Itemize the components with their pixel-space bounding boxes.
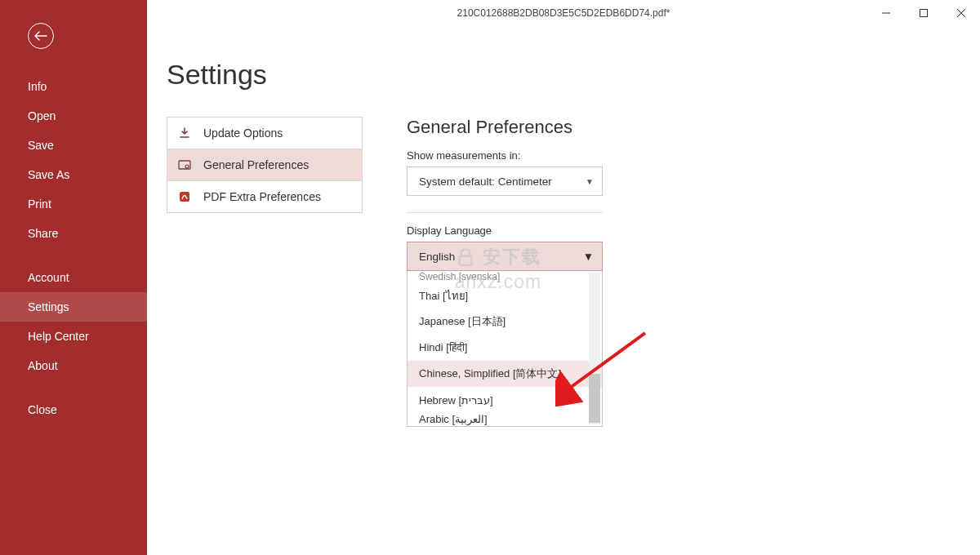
window-controls <box>867 0 980 26</box>
language-select[interactable]: English ▼ Swedish [svenska] Thai [ไทย] J… <box>407 242 603 427</box>
svg-rect-6 <box>180 192 189 202</box>
pdf-icon <box>177 189 192 204</box>
svg-point-5 <box>185 165 189 168</box>
nav-item-label: Update Options <box>203 127 283 140</box>
measurements-label: Show measurements in: <box>407 149 750 162</box>
minimize-button[interactable] <box>867 0 905 26</box>
sidebar-item-share[interactable]: Share <box>0 219 147 248</box>
nav-general-preferences[interactable]: General Preferences <box>167 149 363 181</box>
sidebar-item-save[interactable]: Save <box>0 131 147 160</box>
sidebar-item-close[interactable]: Close <box>0 395 147 424</box>
language-option-thai[interactable]: Thai [ไทย] <box>408 282 602 309</box>
sidebar-item-help-center[interactable]: Help Center <box>0 322 147 351</box>
sidebar-item-save-as[interactable]: Save As <box>0 160 147 189</box>
measurements-select[interactable]: System default: Centimeter ▼ <box>407 166 603 196</box>
nav-pdf-extra-preferences[interactable]: PDF Extra Preferences <box>167 180 363 213</box>
sidebar-item-settings[interactable]: Settings <box>0 292 147 322</box>
download-icon <box>177 126 192 140</box>
svg-rect-1 <box>920 10 928 17</box>
sidebar-item-about[interactable]: About <box>0 351 147 380</box>
language-option-japanese[interactable]: Japanese [日本語] <box>408 309 602 335</box>
scrollbar-thumb[interactable] <box>589 374 600 423</box>
language-option-hebrew[interactable]: Hebrew [עברית] <box>408 387 602 413</box>
nav-item-label: PDF Extra Preferences <box>203 190 321 203</box>
sidebar-item-info[interactable]: Info <box>0 72 147 101</box>
measurements-value: System default: Centimeter <box>419 175 552 188</box>
language-option[interactable]: Arabic [العربية] <box>408 413 602 426</box>
language-value: English <box>419 251 455 263</box>
sidebar: Info Open Save Save As Print Share Accou… <box>0 0 147 555</box>
gear-icon <box>177 158 192 172</box>
nav-update-options[interactable]: Update Options <box>167 117 363 149</box>
language-selected[interactable]: English ▼ <box>407 242 603 271</box>
chevron-down-icon: ▼ <box>586 177 594 186</box>
preferences-title: General Preferences <box>407 117 750 138</box>
title-bar: 210C012688B2DB08D3E5C5D2EDB6DD74.pdf* <box>147 0 980 26</box>
maximize-button[interactable] <box>905 0 942 26</box>
settings-nav: Update Options General Preferences PDF E… <box>167 117 363 427</box>
main-content: Settings Update Options General Preferen… <box>147 26 980 555</box>
back-button[interactable] <box>28 23 54 49</box>
divider <box>407 212 603 213</box>
document-title: 210C012688B2DB08D3E5C5D2EDB6DD74.pdf* <box>457 7 670 19</box>
sidebar-item-open[interactable]: Open <box>0 101 147 131</box>
nav-item-label: General Preferences <box>203 158 309 171</box>
sidebar-item-print[interactable]: Print <box>0 189 147 219</box>
language-label: Display Language <box>407 224 750 237</box>
close-button[interactable] <box>942 0 980 26</box>
sidebar-item-account[interactable]: Account <box>0 263 147 292</box>
page-title: Settings <box>167 59 947 91</box>
language-option[interactable]: Swedish [svenska] <box>408 271 602 282</box>
language-dropdown: Swedish [svenska] Thai [ไทย] Japanese [日… <box>407 271 603 427</box>
language-option-chinese-simplified[interactable]: Chinese, Simplified [简体中文] <box>408 361 602 387</box>
language-option-hindi[interactable]: Hindi [हिंदी] <box>408 335 602 361</box>
preferences-panel: General Preferences Show measurements in… <box>407 117 750 427</box>
chevron-down-icon: ▼ <box>583 251 594 263</box>
